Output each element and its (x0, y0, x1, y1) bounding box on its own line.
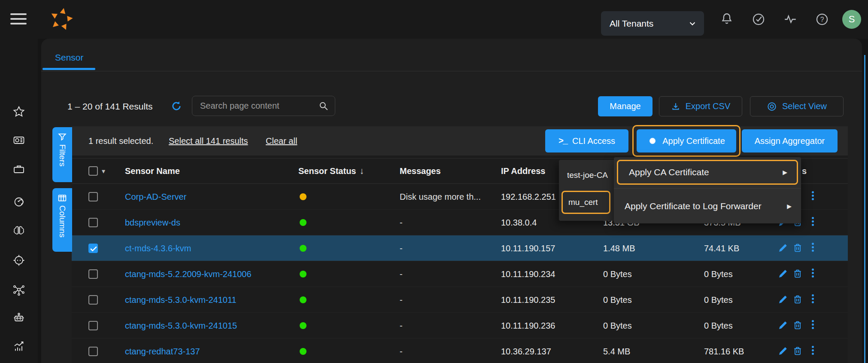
table-row: ctang-mds-5.3.0-kvm-241011-10.11.190.235… (72, 287, 848, 313)
row-checkbox[interactable] (88, 295, 98, 305)
sensor-name-link[interactable]: ctang-mds-5.3.0-kvm-241011 (125, 295, 237, 305)
kebab-menu-icon[interactable] (810, 243, 816, 254)
columns-tab[interactable]: Columns (52, 188, 72, 252)
checkbox-caret-icon[interactable]: ▾ (102, 167, 105, 175)
brand-logo-icon[interactable] (48, 6, 75, 33)
sensor-name-link[interactable]: ctang-mds-5.3.0-kvm-241015 (125, 320, 237, 330)
sensor-name-link[interactable]: ctang-redhat73-137 (125, 346, 200, 356)
sidebar-item-ai-brain-icon[interactable] (12, 225, 25, 238)
hamburger-menu-icon[interactable] (10, 13, 27, 25)
apply-certificate-menu: Apply CA Certificate ▶ Apply Certificate… (614, 157, 801, 223)
menu-item-mu-cert-highlighted[interactable]: mu_cert (561, 191, 610, 214)
ip-address-cell: 10.11.190.236 (501, 320, 555, 330)
clear-all-link[interactable]: Clear all (266, 136, 297, 146)
size-cell-1: 0 Bytes (603, 320, 632, 330)
apply-ca-certificate-label: Apply CA Certificate (629, 167, 709, 177)
row-checkbox[interactable] (88, 244, 98, 253)
sidebar-item-network-graph-icon[interactable] (12, 283, 25, 296)
kebab-menu-icon[interactable] (810, 268, 816, 280)
tenant-selector[interactable]: All Tenants (601, 11, 704, 36)
delete-trash-icon[interactable] (792, 320, 804, 331)
kebab-menu-icon[interactable] (810, 294, 816, 305)
manage-button[interactable]: Manage (598, 96, 653, 116)
results-summary: 1 – 20 of 141 Results (67, 101, 152, 112)
sensor-name-link[interactable]: ctang-mds-5.2.2009-kvm-241006 (125, 269, 252, 279)
menu-item-test-joe-ca-label: test-joe-CA (559, 171, 608, 180)
size-cell-2: 74.41 KB (704, 243, 739, 253)
ip-address-cell: 192.168.2.251 (501, 192, 556, 201)
select-all-link[interactable]: Select all 141 results (169, 136, 248, 146)
sidebar-item-briefcase-icon[interactable] (12, 163, 25, 176)
menu-item-apply-ca-certificate-highlighted[interactable]: Apply CA Certificate ▶ (617, 160, 798, 185)
kebab-menu-icon[interactable] (810, 217, 816, 228)
search-icon (319, 101, 329, 111)
search-placeholder: Search page content (200, 101, 279, 111)
table-row: ctang-mds-5.3.0-kvm-241015-10.11.190.236… (72, 313, 848, 339)
sensor-name-link[interactable]: ct-mds-4.3.6-kvm (125, 243, 191, 253)
delete-trash-icon[interactable] (792, 294, 804, 305)
delete-trash-icon[interactable] (792, 268, 804, 280)
columns-icon (58, 194, 67, 202)
status-dot-green (300, 296, 307, 303)
user-avatar[interactable]: S (842, 10, 861, 29)
row-checkbox[interactable] (88, 269, 98, 279)
status-dot-green (300, 219, 307, 226)
ip-address-cell: 10.11.190.234 (501, 269, 555, 279)
sidebar-item-dashboard-icon[interactable] (12, 134, 25, 146)
edit-pencil-icon[interactable] (778, 346, 789, 357)
help-question-icon[interactable]: ? (815, 12, 829, 27)
row-checkbox[interactable] (88, 192, 98, 201)
edit-pencil-icon[interactable] (778, 320, 789, 331)
kebab-menu-icon[interactable] (810, 191, 816, 202)
menu-item-test-joe-ca[interactable]: test-joe-CA (559, 167, 614, 184)
row-checkbox[interactable] (88, 218, 98, 227)
header-messages[interactable]: Messages (400, 166, 441, 176)
select-view-button[interactable]: Select View (750, 96, 844, 116)
sensor-name-link[interactable]: Corp-AD-Server (125, 192, 186, 201)
edit-pencil-icon[interactable] (778, 294, 789, 305)
tab-sensor[interactable]: Sensor (55, 52, 84, 63)
cli-access-button[interactable]: >_ CLI Access (545, 129, 628, 153)
assign-aggregator-button[interactable]: Assign Aggregator (742, 129, 838, 153)
menu-item-apply-cert-log-forwarder[interactable]: Apply Certificate to Log Forwarder ▶ (614, 189, 801, 223)
edit-pencil-icon[interactable] (778, 268, 789, 280)
notifications-bell-icon[interactable] (719, 12, 734, 27)
refresh-icon[interactable] (170, 100, 182, 112)
ip-address-cell: 10.36.29.137 (501, 346, 551, 356)
row-checkbox[interactable] (88, 347, 98, 356)
sort-desc-icon: ↓ (359, 166, 364, 176)
header-sensor-status[interactable]: Sensor Status↓ (298, 166, 364, 176)
row-checkbox[interactable] (88, 321, 98, 330)
sidebar-item-target-icon[interactable] (12, 254, 25, 267)
status-dot-amber (300, 193, 307, 200)
sidebar-item-automation-robot-icon[interactable] (12, 311, 25, 324)
filters-tab[interactable]: Filters (52, 127, 72, 182)
size-cell-1: 0 Bytes (603, 295, 632, 305)
app-window: All Tenants ? S (0, 0, 868, 363)
kebab-menu-icon[interactable] (810, 346, 816, 357)
tasks-check-icon[interactable] (751, 12, 766, 27)
header-ip-address[interactable]: IP Address (501, 166, 545, 176)
search-input[interactable]: Search page content (192, 96, 335, 116)
size-cell-2: 781.16 KB (704, 346, 744, 356)
delete-trash-icon[interactable] (792, 243, 804, 254)
table-row: ctang-redhat73-137-10.36.29.1375.4 MB781… (72, 339, 848, 363)
submenu-arrow-icon: ▶ (787, 203, 792, 210)
sensor-name-link[interactable]: bdspreview-ds (125, 217, 180, 227)
sidebar-item-threat-hunting-icon[interactable] (12, 195, 25, 208)
header-actions-partial[interactable]: s (802, 166, 807, 176)
select-view-label: Select View (782, 101, 827, 111)
sidebar-item-reports-chart-icon[interactable] (12, 340, 25, 353)
table-row: ctang-mds-5.2.2009-kvm-241006-10.11.190.… (72, 261, 848, 287)
sidebar-item-favorites-star-icon[interactable] (12, 105, 25, 118)
cli-access-label: CLI Access (572, 136, 615, 146)
activity-pulse-icon[interactable] (783, 12, 798, 27)
window-edge-accent (864, 55, 865, 363)
export-csv-button[interactable]: Export CSV (659, 96, 742, 116)
edit-pencil-icon[interactable] (778, 243, 789, 254)
status-dot-green (300, 245, 307, 252)
delete-trash-icon[interactable] (792, 346, 804, 357)
header-sensor-name[interactable]: Sensor Name (125, 166, 180, 176)
kebab-menu-icon[interactable] (810, 320, 816, 331)
select-all-checkbox[interactable] (88, 166, 98, 176)
